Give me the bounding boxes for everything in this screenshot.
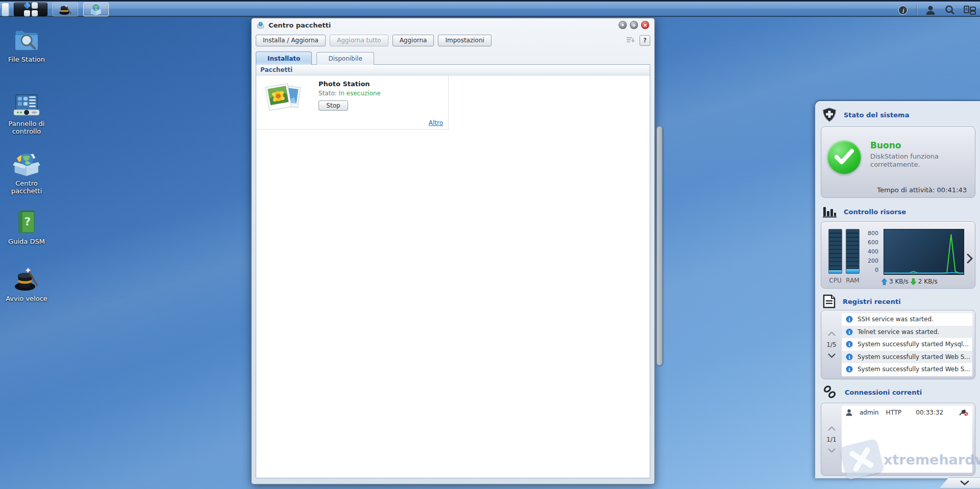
- package-center-icon: [89, 4, 103, 16]
- close-button[interactable]: ×: [641, 21, 649, 29]
- network-graph-svg: [884, 229, 964, 274]
- update-all-button[interactable]: Aggiorna tutto: [330, 35, 388, 46]
- cpu-gauge: [828, 229, 842, 274]
- status-label: Stato:: [318, 90, 337, 97]
- desktop-icon-label: Centro pacchetti: [0, 179, 53, 195]
- connections-header: Connessioni correnti: [822, 384, 922, 400]
- sort-icon[interactable]: [626, 37, 635, 44]
- package-status: Stato: In esecuzione: [318, 90, 381, 97]
- pager-up-chevron[interactable]: [828, 331, 836, 336]
- pilot-view-icon[interactable]: [964, 5, 976, 15]
- desktop-icon-control-panel[interactable]: Pannello di controllo: [0, 93, 53, 135]
- network-graph-yticks: 800 600 400 200 0: [864, 230, 881, 273]
- connection-rows: admin HTTP 00:33:32: [842, 406, 972, 473]
- dsm-help-icon: ?: [15, 210, 38, 235]
- settings-button[interactable]: Impostazioni: [438, 35, 491, 46]
- maximize-button[interactable]: +: [630, 21, 638, 29]
- desktop-icon-file-station[interactable]: File Station: [0, 28, 53, 63]
- desktop-icon-package-center[interactable]: Centro pacchetti: [0, 152, 53, 195]
- cpu-label: CPU: [828, 277, 842, 284]
- window-title-icon: [256, 21, 265, 29]
- package-card-photo-station[interactable]: Photo Station Stato: In esecuzione Stop …: [256, 76, 449, 130]
- upload-rate: 3 KB/s: [889, 278, 909, 285]
- search-icon[interactable]: [944, 5, 955, 16]
- more-link[interactable]: Altro: [429, 119, 443, 126]
- chain-link-icon: [822, 384, 838, 400]
- widget-panel-collapse-handle[interactable]: [939, 477, 980, 488]
- help-button[interactable]: ?: [640, 35, 650, 46]
- taskbar-app-quick-start[interactable]: [53, 3, 78, 16]
- uptime: Tempo di attività: 00:41:43: [877, 186, 967, 194]
- log-row[interactable]: i Telnet service was started.: [842, 326, 972, 339]
- package-list-panel: Pacchetti: [256, 65, 650, 478]
- next-page-chevron[interactable]: [967, 253, 973, 264]
- network-legend: 3 KB/s 2 KB/s: [881, 278, 938, 285]
- info-icon[interactable]: i: [898, 5, 908, 15]
- pager-up-chevron[interactable]: [828, 426, 836, 431]
- tab-strip: Installato Disponibile: [256, 51, 650, 65]
- log-row[interactable]: i SSH service was started.: [842, 313, 972, 326]
- logs-pager: 1/5: [821, 311, 842, 379]
- install-update-button[interactable]: Installa / Aggiorna: [256, 35, 326, 46]
- desktop-icon-quick-start[interactable]: Avvio veloce: [0, 266, 53, 302]
- magic-hat-icon: [59, 4, 72, 16]
- window-controls: • + ×: [619, 21, 649, 29]
- window-titlebar[interactable]: Centro pacchetti: [252, 18, 654, 32]
- update-button[interactable]: Aggiorna: [393, 35, 434, 46]
- desktop-icon-label: File Station: [0, 56, 53, 63]
- main-menu-button[interactable]: [14, 3, 47, 16]
- pager-down-chevron[interactable]: [828, 448, 836, 453]
- magic-hat-desktop-icon: [13, 266, 40, 292]
- ram-gauge: [846, 229, 860, 274]
- svg-text:?: ?: [24, 215, 31, 228]
- scrollbar-thumb[interactable]: [656, 126, 663, 366]
- info-log-icon: i: [846, 328, 853, 336]
- package-center-desktop-icon: [13, 152, 40, 176]
- connection-user: admin: [860, 409, 879, 416]
- collapse-chevron-down-icon: [960, 480, 969, 485]
- minimize-button[interactable]: •: [619, 21, 627, 29]
- desktop-icon-label: Avvio veloce: [0, 295, 53, 302]
- log-row[interactable]: i System successfully started Mysql...: [842, 338, 972, 351]
- package-name: Photo Station: [318, 80, 370, 88]
- main-menu-icon: [24, 3, 38, 16]
- svg-text:i: i: [848, 342, 850, 347]
- log-document-icon: [822, 294, 836, 308]
- recent-logs-header: Registri recenti: [822, 294, 901, 309]
- status-value: In esecuzione: [339, 90, 381, 97]
- package-center-window: Centro pacchetti • + × Installa / Aggior…: [251, 18, 655, 484]
- taskbar-app-package-center[interactable]: [83, 3, 109, 16]
- widget-title: Controllo risorse: [844, 208, 906, 216]
- cpu-gauge-fill: [829, 270, 842, 273]
- shield-icon: [822, 108, 837, 122]
- svg-text:i: i: [848, 317, 850, 322]
- connections-pager: 1/1: [821, 403, 842, 475]
- taskbar-right-icons: i: [898, 3, 976, 17]
- desktop-icon-dsm-help[interactable]: ? Guida DSM: [0, 210, 53, 245]
- tab-installed[interactable]: Installato: [256, 52, 312, 65]
- upload-arrow-icon: [881, 278, 887, 285]
- show-desktop-button[interactable]: [2, 3, 9, 16]
- system-status-header: Stato del sistema: [822, 107, 909, 122]
- pager-down-chevron[interactable]: [828, 353, 836, 358]
- taskbar: i: [0, 0, 980, 17]
- connection-protocol: HTTP: [886, 409, 902, 416]
- info-log-icon: i: [846, 366, 853, 373]
- ram-gauge-fill: [846, 269, 859, 273]
- system-status-box: Buono DiskStation funziona correttamente…: [821, 126, 975, 198]
- info-log-icon: i: [846, 316, 853, 323]
- logs-page-indicator: 1/5: [826, 341, 836, 348]
- window-title: Centro pacchetti: [268, 21, 331, 29]
- connections-box: 1/1 admin HTTP 00:33:32: [821, 403, 975, 476]
- connection-row[interactable]: admin HTTP 00:33:32: [842, 406, 972, 419]
- svg-text:i: i: [848, 367, 850, 372]
- log-row[interactable]: i System successfully started Web S...: [842, 363, 972, 376]
- user-icon[interactable]: [925, 5, 936, 16]
- photo-station-icon: [264, 80, 301, 115]
- widget-title: Registri recenti: [843, 298, 901, 305]
- disconnect-icon[interactable]: [959, 409, 968, 416]
- log-row[interactable]: i System successfully started Web S...: [842, 351, 972, 364]
- log-rows: i SSH service was started. i Telnet serv…: [842, 313, 972, 376]
- stop-button[interactable]: Stop: [318, 100, 348, 111]
- tab-available[interactable]: Disponibile: [316, 52, 374, 65]
